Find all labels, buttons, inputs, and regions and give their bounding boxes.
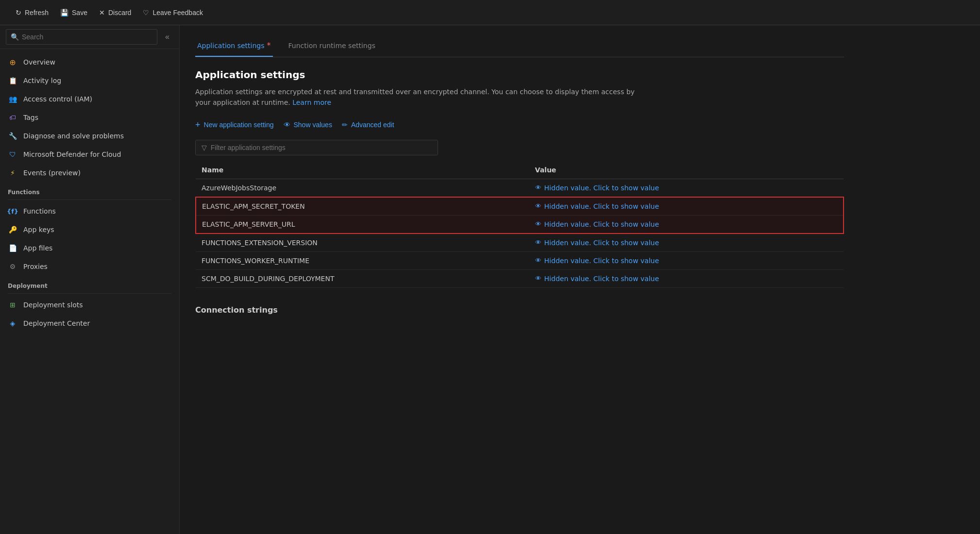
access-control-icon: 👥 [8, 94, 17, 104]
advanced-edit-button[interactable]: ✏ Advanced edit [342, 119, 394, 131]
col-value-header: Value [529, 161, 844, 179]
search-icon: 🔍 [11, 33, 19, 41]
table-row: FUNCTIONS_WORKER_RUNTIME 👁 Hidden value.… [196, 251, 844, 269]
tab-modified-indicator: * [267, 41, 271, 50]
sidebar-item-deployment-slots[interactable]: ⊞ Deployment slots [0, 296, 179, 314]
section-deployment-label: Deployment [0, 276, 179, 291]
sidebar-search-row: 🔍 « [0, 25, 179, 49]
eye-icon-small: 👁 [535, 184, 541, 191]
eye-icon-small: 👁 [535, 257, 541, 264]
functions-icon: {f} [8, 206, 17, 216]
discard-button[interactable]: ✕ Discard [93, 6, 137, 19]
sidebar-item-app-files[interactable]: 📄 App files [0, 239, 179, 257]
settings-table: Name Value AzureWebJobsStorage 👁 Hidden … [195, 161, 844, 288]
eye-icon-small: 👁 [535, 275, 541, 282]
hidden-value-link[interactable]: 👁 Hidden value. Click to show value [535, 257, 838, 265]
sidebar: 🔍 « ⊕ Overview 📋 Activity log 👥 Access c… [0, 25, 180, 534]
sidebar-item-diagnose[interactable]: 🔧 Diagnose and solve problems [0, 127, 179, 145]
setting-name: FUNCTIONS_EXTENSION_VERSION [196, 234, 529, 252]
hidden-value-link[interactable]: 👁 Hidden value. Click to show value [535, 275, 838, 283]
sidebar-item-overview[interactable]: ⊕ Overview [0, 53, 179, 71]
sidebar-item-deployment-center[interactable]: ◈ Deployment Center [0, 314, 179, 333]
table-row: FUNCTIONS_EXTENSION_VERSION 👁 Hidden val… [196, 234, 844, 252]
filter-icon: ▽ [202, 144, 207, 151]
sidebar-nav: ⊕ Overview 📋 Activity log 👥 Access contr… [0, 49, 179, 534]
sidebar-item-proxies[interactable]: ⚙ Proxies [0, 257, 179, 276]
search-input[interactable] [6, 29, 157, 45]
setting-name: AzureWebJobsStorage [196, 179, 529, 197]
table-row: AzureWebJobsStorage 👁 Hidden value. Clic… [196, 179, 844, 197]
col-name-header: Name [196, 161, 529, 179]
save-button[interactable]: 💾 Save [54, 6, 93, 19]
feedback-button[interactable]: ♡ Leave Feedback [137, 6, 209, 19]
plus-icon: + [195, 120, 201, 130]
setting-name: SCM_DO_BUILD_DURING_DEPLOYMENT [196, 269, 529, 287]
overview-icon: ⊕ [8, 57, 17, 67]
deployment-slots-icon: ⊞ [8, 300, 17, 310]
setting-value[interactable]: 👁 Hidden value. Click to show value [529, 197, 844, 216]
setting-name: ELASTIC_APM_SECRET_TOKEN [196, 197, 529, 216]
hidden-value-link[interactable]: 👁 Hidden value. Click to show value [535, 220, 837, 228]
page-title: Application settings [195, 69, 844, 81]
refresh-button[interactable]: ↻ Refresh [10, 6, 54, 19]
action-row: + New application setting 👁 Show values … [195, 118, 844, 132]
sidebar-item-activity-log[interactable]: 📋 Activity log [0, 71, 179, 90]
app-keys-icon: 🔑 [8, 225, 17, 234]
deployment-center-icon: ◈ [8, 318, 17, 328]
sidebar-item-events[interactable]: ⚡ Events (preview) [0, 164, 179, 182]
hidden-value-link[interactable]: 👁 Hidden value. Click to show value [535, 239, 838, 247]
setting-name: ELASTIC_APM_SERVER_URL [196, 215, 529, 234]
sidebar-collapse-button[interactable]: « [161, 31, 173, 43]
main-layout: 🔍 « ⊕ Overview 📋 Activity log 👥 Access c… [0, 25, 980, 534]
tabs-row: Application settings * Function runtime … [195, 35, 844, 57]
sidebar-item-defender[interactable]: 🛡 Microsoft Defender for Cloud [0, 145, 179, 164]
show-values-button[interactable]: 👁 Show values [284, 119, 332, 131]
new-setting-button[interactable]: + New application setting [195, 118, 274, 132]
setting-value[interactable]: 👁 Hidden value. Click to show value [529, 251, 844, 269]
table-row: ELASTIC_APM_SERVER_URL 👁 Hidden value. C… [196, 215, 844, 234]
filter-input[interactable] [211, 144, 432, 151]
setting-value[interactable]: 👁 Hidden value. Click to show value [529, 234, 844, 252]
events-icon: ⚡ [8, 168, 17, 178]
eye-icon-small: 👁 [535, 239, 541, 246]
filter-row: ▽ [195, 140, 844, 155]
setting-name: FUNCTIONS_WORKER_RUNTIME [196, 251, 529, 269]
diagnose-icon: 🔧 [8, 131, 17, 141]
tab-runtime-settings[interactable]: Function runtime settings [287, 35, 377, 57]
discard-icon: ✕ [99, 9, 105, 17]
section-functions-divider [8, 200, 171, 200]
filter-input-wrap: ▽ [195, 140, 438, 155]
sidebar-item-functions[interactable]: {f} Functions [0, 202, 179, 220]
defender-icon: 🛡 [8, 150, 17, 159]
save-icon: 💾 [60, 9, 68, 17]
connection-strings-title: Connection strings [195, 301, 844, 315]
heart-icon: ♡ [143, 9, 149, 17]
table-row: SCM_DO_BUILD_DURING_DEPLOYMENT 👁 Hidden … [196, 269, 844, 287]
proxies-icon: ⚙ [8, 262, 17, 271]
setting-value[interactable]: 👁 Hidden value. Click to show value [529, 179, 844, 197]
eye-icon-small: 👁 [535, 202, 541, 210]
setting-value[interactable]: 👁 Hidden value. Click to show value [529, 215, 844, 234]
setting-value[interactable]: 👁 Hidden value. Click to show value [529, 269, 844, 287]
tags-icon: 🏷 [8, 113, 17, 122]
tab-app-settings[interactable]: Application settings * [195, 35, 273, 57]
hidden-value-link[interactable]: 👁 Hidden value. Click to show value [535, 184, 838, 192]
learn-more-link[interactable]: Learn more [292, 99, 331, 106]
app-files-icon: 📄 [8, 243, 17, 253]
toolbar: ↻ Refresh 💾 Save ✕ Discard ♡ Leave Feedb… [0, 0, 980, 25]
section-deployment-divider [8, 293, 171, 294]
pencil-icon: ✏ [342, 121, 348, 129]
content-area: Application settings * Function runtime … [180, 25, 980, 534]
section-functions-label: Functions [0, 182, 179, 198]
sidebar-item-access-control[interactable]: 👥 Access control (IAM) [0, 90, 179, 108]
eye-icon: 👁 [284, 121, 290, 129]
hidden-value-link[interactable]: 👁 Hidden value. Click to show value [535, 202, 837, 210]
table-row: ELASTIC_APM_SECRET_TOKEN 👁 Hidden value.… [196, 197, 844, 216]
activity-log-icon: 📋 [8, 76, 17, 85]
eye-icon-small: 👁 [535, 220, 541, 228]
sidebar-item-tags[interactable]: 🏷 Tags [0, 108, 179, 127]
sidebar-item-app-keys[interactable]: 🔑 App keys [0, 220, 179, 239]
page-description: Application settings are encrypted at re… [195, 86, 642, 108]
refresh-icon: ↻ [16, 9, 21, 17]
